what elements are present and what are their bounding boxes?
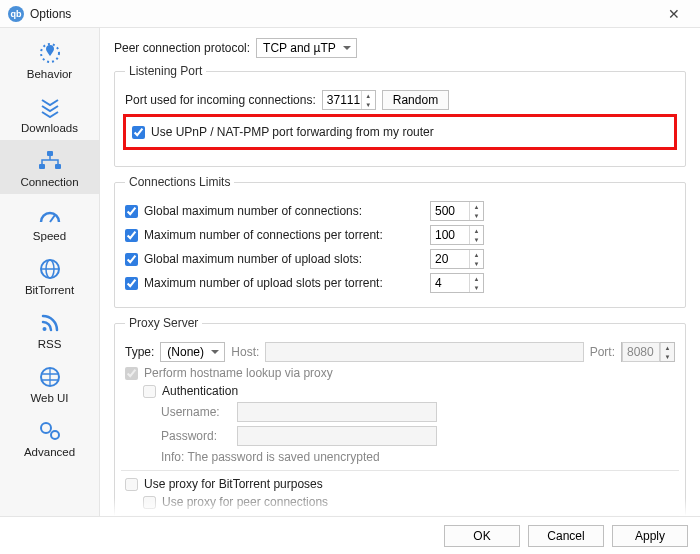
- sidebar-item-label: Advanced: [24, 446, 75, 458]
- sidebar-item-label: Downloads: [21, 122, 78, 134]
- use-bt-checkbox: [125, 478, 138, 491]
- port-input[interactable]: ▲▼: [322, 90, 376, 110]
- auth-checkbox: [143, 385, 156, 398]
- gears-icon: [35, 418, 65, 444]
- sidebar-item-label: Connection: [20, 176, 78, 188]
- sidebar: Behavior Downloads Connection Speed BitT…: [0, 28, 100, 516]
- upnp-label: Use UPnP / NAT-PMP port forwarding from …: [151, 125, 434, 139]
- sidebar-item-connection[interactable]: Connection: [0, 140, 99, 194]
- proxy-type-select[interactable]: (None): [160, 342, 225, 362]
- gear-heart-icon: [35, 40, 65, 66]
- proxy-server-legend: Proxy Server: [125, 316, 202, 330]
- global-upload-input[interactable]: ▲▼: [430, 249, 484, 269]
- titlebar: qb Options ✕: [0, 0, 700, 28]
- listening-port-group: Listening Port Port used for incoming co…: [114, 64, 686, 167]
- cancel-button[interactable]: Cancel: [528, 525, 604, 547]
- username-row: Username:: [161, 402, 675, 422]
- global-upload-checkbox[interactable]: [125, 253, 138, 266]
- auth-row: Authentication: [143, 384, 675, 398]
- sidebar-item-advanced[interactable]: Advanced: [0, 410, 99, 464]
- username-label: Username:: [161, 405, 231, 419]
- globe-icon: [35, 256, 65, 282]
- port-label: Port used for incoming connections:: [125, 93, 316, 107]
- proxy-server-group: Proxy Server Type: (None) Host: Port: ▲▼…: [114, 316, 686, 516]
- upnp-checkbox[interactable]: [132, 126, 145, 139]
- port-value[interactable]: [323, 91, 361, 109]
- global-conn-row: Global maximum number of connections: ▲▼: [125, 201, 675, 221]
- username-input: [237, 402, 437, 422]
- port-spinner[interactable]: ▲▼: [361, 91, 375, 109]
- sidebar-item-label: Speed: [33, 230, 66, 242]
- protocol-select-wrap[interactable]: TCP and µTP: [256, 38, 357, 58]
- ok-button[interactable]: OK: [444, 525, 520, 547]
- speedometer-icon: [35, 202, 65, 228]
- svg-rect-1: [47, 151, 53, 156]
- per-torrent-conn-checkbox[interactable]: [125, 229, 138, 242]
- downloads-icon: [35, 94, 65, 120]
- global-conn-input[interactable]: ▲▼: [430, 201, 484, 221]
- use-bt-row: Use proxy for BitTorrent purposes: [125, 477, 675, 491]
- connection-limits-group: Connections Limits Global maximum number…: [114, 175, 686, 308]
- proxy-port-input: ▲▼: [621, 342, 675, 362]
- per-torrent-conn-label: Maximum number of connections per torren…: [144, 228, 424, 242]
- proxy-type-label: Type:: [125, 345, 154, 359]
- listening-port-legend: Listening Port: [125, 64, 206, 78]
- sidebar-item-bittorrent[interactable]: BitTorrent: [0, 248, 99, 302]
- svg-point-11: [51, 431, 59, 439]
- password-info: Info: The password is saved unencrypted: [161, 450, 675, 464]
- password-row: Password:: [161, 426, 675, 446]
- proxy-host-label: Host:: [231, 345, 259, 359]
- globe-lines-icon: [35, 364, 65, 390]
- sidebar-item-label: BitTorrent: [25, 284, 74, 296]
- per-torrent-conn-input[interactable]: ▲▼: [430, 225, 484, 245]
- per-torrent-conn-row: Maximum number of connections per torren…: [125, 225, 675, 245]
- random-port-button[interactable]: Random: [382, 90, 449, 110]
- footer: OK Cancel Apply: [0, 516, 700, 554]
- proxy-separator: [121, 470, 679, 471]
- sidebar-item-label: RSS: [38, 338, 62, 350]
- per-torrent-upload-row: Maximum number of upload slots per torre…: [125, 273, 675, 293]
- upnp-highlight: Use UPnP / NAT-PMP port forwarding from …: [123, 114, 677, 150]
- per-torrent-upload-input[interactable]: ▲▼: [430, 273, 484, 293]
- sidebar-item-behavior[interactable]: Behavior: [0, 32, 99, 86]
- proxy-port-label: Port:: [590, 345, 615, 359]
- password-label: Password:: [161, 429, 231, 443]
- svg-point-8: [42, 327, 46, 331]
- proxy-host-input: [265, 342, 583, 362]
- hostname-lookup-row: Perform hostname lookup via proxy: [125, 366, 675, 380]
- protocol-row: Peer connection protocol: TCP and µTP: [114, 38, 686, 58]
- auth-label: Authentication: [162, 384, 238, 398]
- rss-icon: [35, 310, 65, 336]
- use-bt-label: Use proxy for BitTorrent purposes: [144, 477, 323, 491]
- hostname-lookup-label: Perform hostname lookup via proxy: [144, 366, 333, 380]
- protocol-select[interactable]: TCP and µTP: [256, 38, 357, 58]
- use-peer-checkbox: [143, 496, 156, 509]
- svg-point-10: [41, 423, 51, 433]
- global-conn-checkbox[interactable]: [125, 205, 138, 218]
- sidebar-item-rss[interactable]: RSS: [0, 302, 99, 356]
- global-conn-label: Global maximum number of connections:: [144, 204, 424, 218]
- svg-rect-3: [55, 164, 61, 169]
- sidebar-item-speed[interactable]: Speed: [0, 194, 99, 248]
- connection-limits-legend: Connections Limits: [125, 175, 234, 189]
- sidebar-item-label: Behavior: [27, 68, 72, 80]
- close-button[interactable]: ✕: [656, 6, 692, 22]
- port-row: Port used for incoming connections: ▲▼ R…: [125, 90, 675, 110]
- upnp-row[interactable]: Use UPnP / NAT-PMP port forwarding from …: [132, 125, 668, 139]
- global-upload-label: Global maximum number of upload slots:: [144, 252, 424, 266]
- proxy-type-row: Type: (None) Host: Port: ▲▼: [125, 342, 675, 362]
- apply-button[interactable]: Apply: [612, 525, 688, 547]
- per-torrent-upload-label: Maximum number of upload slots per torre…: [144, 276, 424, 290]
- main-panel: Peer connection protocol: TCP and µTP Li…: [100, 28, 700, 516]
- sidebar-item-webui[interactable]: Web UI: [0, 356, 99, 410]
- proxy-type-select-wrap[interactable]: (None): [160, 342, 225, 362]
- window-title: Options: [30, 7, 656, 21]
- per-torrent-upload-checkbox[interactable]: [125, 277, 138, 290]
- global-upload-row: Global maximum number of upload slots: ▲…: [125, 249, 675, 269]
- protocol-label: Peer connection protocol:: [114, 41, 250, 55]
- hostname-lookup-checkbox: [125, 367, 138, 380]
- sidebar-item-label: Web UI: [30, 392, 68, 404]
- content: Behavior Downloads Connection Speed BitT…: [0, 28, 700, 516]
- use-peer-label: Use proxy for peer connections: [162, 495, 328, 509]
- sidebar-item-downloads[interactable]: Downloads: [0, 86, 99, 140]
